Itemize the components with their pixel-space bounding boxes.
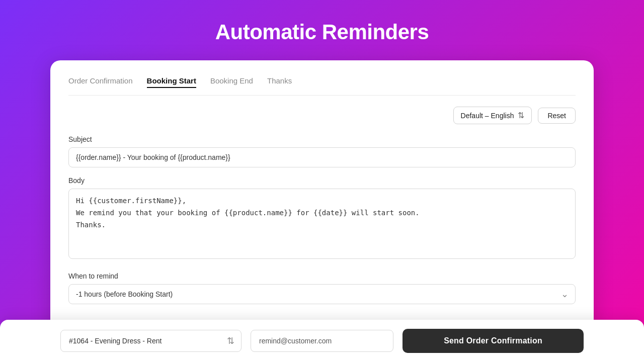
subject-label: Subject (68, 135, 576, 143)
tab-thanks[interactable]: Thanks (267, 74, 292, 88)
language-label: Default – English (461, 112, 514, 120)
email-input[interactable] (251, 330, 393, 352)
page-title: Automatic Reminders (215, 20, 429, 44)
remind-select-wrapper: -1 hours (before Booking Start) ⌄ (68, 284, 576, 304)
order-select[interactable]: #1064 - Evening Dress - Rent (60, 330, 242, 352)
send-order-confirmation-button[interactable]: Send Order Confirmation (403, 329, 584, 353)
remind-section: When to remind -1 hours (before Booking … (68, 272, 576, 304)
toolbar: Default – English ⇅ Reset (68, 107, 576, 124)
bottom-bar: #1064 - Evening Dress - Rent ⇅ Send Orde… (0, 320, 644, 362)
main-card: Order Confirmation Booking Start Booking… (50, 60, 594, 362)
reset-button[interactable]: Reset (538, 108, 576, 124)
language-select[interactable]: Default – English ⇅ (453, 107, 532, 124)
chevron-updown-icon: ⇅ (518, 111, 524, 120)
remind-select[interactable]: -1 hours (before Booking Start) (68, 284, 576, 304)
tab-booking-start[interactable]: Booking Start (147, 74, 196, 88)
order-select-wrapper: #1064 - Evening Dress - Rent ⇅ (60, 330, 242, 352)
remind-label: When to remind (68, 272, 576, 280)
body-label: Body (68, 176, 576, 185)
tabs-bar: Order Confirmation Booking Start Booking… (68, 74, 576, 96)
subject-input[interactable] (68, 147, 576, 167)
tab-order-confirmation[interactable]: Order Confirmation (68, 74, 133, 88)
body-group: Body Hi {{customer.firstName}}, We remin… (68, 176, 576, 261)
body-textarea[interactable]: Hi {{customer.firstName}}, We remind you… (68, 189, 576, 259)
subject-group: Subject (68, 135, 576, 167)
tab-booking-end[interactable]: Booking End (210, 74, 253, 88)
